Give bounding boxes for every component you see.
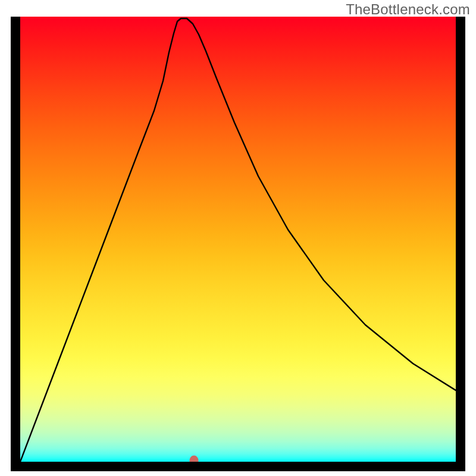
bottleneck-curve bbox=[20, 17, 456, 462]
optimum-marker bbox=[190, 456, 199, 462]
curve-path bbox=[20, 18, 456, 462]
chart-stage: TheBottleneck.com bbox=[0, 0, 476, 476]
chart-frame bbox=[11, 17, 465, 471]
watermark-text: TheBottleneck.com bbox=[346, 1, 470, 18]
plot-area bbox=[20, 17, 456, 462]
